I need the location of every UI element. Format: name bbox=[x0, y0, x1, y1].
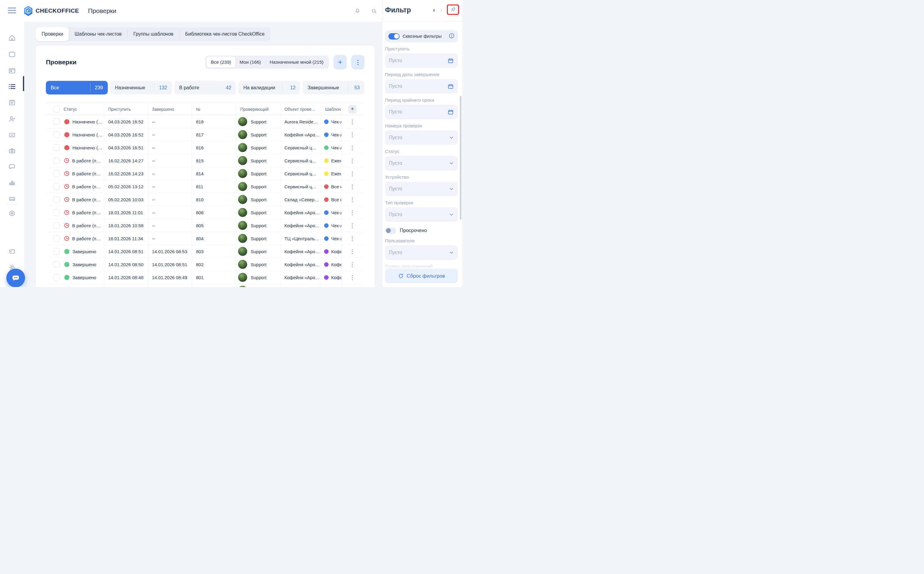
row-checkbox[interactable] bbox=[53, 222, 60, 229]
sidebar-item-users[interactable] bbox=[8, 115, 16, 123]
row-menu-button[interactable]: ⋮ bbox=[342, 261, 364, 268]
field-users[interactable]: Пусто bbox=[385, 245, 458, 260]
chip-all[interactable]: Все239 bbox=[46, 81, 108, 95]
done-date: -- bbox=[148, 210, 192, 215]
row-menu-button[interactable]: ⋮ bbox=[342, 209, 364, 216]
row-checkbox[interactable] bbox=[53, 196, 60, 203]
table-row[interactable]: Завершено 14.01.2026 08:48 14.01.2026 08… bbox=[46, 271, 363, 284]
row-menu-button[interactable]: ⋮ bbox=[342, 196, 364, 203]
add-column-button[interactable]: + bbox=[348, 105, 357, 114]
segment-mine[interactable]: Мои (166) bbox=[235, 57, 265, 68]
hard-drive-icon bbox=[8, 195, 16, 203]
tab-checkoffice-library[interactable]: Библиотека чек-листов CheckOffice bbox=[180, 27, 270, 41]
row-checkbox[interactable] bbox=[53, 261, 60, 268]
done-date: -- bbox=[148, 171, 192, 176]
through-filters-toggle[interactable] bbox=[388, 33, 399, 39]
panel-expand-button[interactable]: › bbox=[440, 6, 442, 13]
sidebar-item-calendar[interactable] bbox=[8, 50, 16, 58]
overdue-toggle[interactable] bbox=[385, 227, 396, 234]
chip-completed[interactable]: Завершенные53 bbox=[303, 81, 364, 95]
table-row[interactable]: В работе (п… 16.01.2026 11:34 -- 804 Sup… bbox=[46, 232, 363, 245]
panel-collapse-button[interactable]: ‹ bbox=[433, 6, 435, 13]
sidebar-item-notes[interactable] bbox=[8, 99, 16, 107]
reset-filters-button[interactable]: Сброс фильтров bbox=[385, 269, 458, 283]
tab-template-groups[interactable]: Группы шаблонов bbox=[128, 27, 179, 41]
sidebar-item-validation[interactable] bbox=[8, 131, 16, 139]
notifications-button[interactable] bbox=[354, 8, 361, 14]
row-menu-button[interactable]: ⋮ bbox=[342, 287, 364, 287]
field-inspection-type[interactable]: Пусто bbox=[385, 207, 458, 222]
row-checkbox[interactable] bbox=[53, 209, 60, 216]
camera-icon bbox=[8, 147, 16, 155]
row-checkbox[interactable] bbox=[53, 144, 60, 151]
table-row[interactable]: Назначено (… 04.03.2026 16:51 -- 816 Sup… bbox=[46, 141, 363, 154]
search-button[interactable] bbox=[371, 8, 377, 14]
select-all-checkbox[interactable] bbox=[53, 106, 60, 113]
row-menu-button[interactable]: ⋮ bbox=[342, 118, 364, 125]
table-row[interactable]: Завершено 14.01.2026 08:50 14.01.2026 08… bbox=[46, 258, 363, 271]
sidebar-item-planner[interactable] bbox=[8, 67, 16, 74]
avatar bbox=[238, 117, 247, 126]
row-checkbox[interactable] bbox=[53, 248, 60, 255]
row-menu-button[interactable]: ⋮ bbox=[342, 183, 364, 190]
tab-inspections[interactable]: Проверки bbox=[36, 27, 69, 41]
table-row[interactable]: Назначено (… 04.03.2026 16:52 -- 818 Sup… bbox=[46, 115, 363, 128]
row-checkbox[interactable] bbox=[53, 157, 60, 164]
table-row[interactable]: ⋮ bbox=[46, 284, 363, 287]
info-icon[interactable] bbox=[449, 33, 454, 40]
sidebar-item-inspections[interactable] bbox=[8, 83, 16, 90]
row-menu-button[interactable]: ⋮ bbox=[342, 170, 364, 177]
app-logo[interactable]: C CHECKOFFICE bbox=[24, 6, 79, 16]
tab-checklist-templates[interactable]: Шаблоны чек-листов bbox=[69, 27, 127, 41]
chip-on-validation[interactable]: На валидации12 bbox=[238, 81, 300, 95]
table-row[interactable]: В работе (п… 18.01.2026 11:01 -- 806 Sup… bbox=[46, 206, 363, 219]
row-checkbox[interactable] bbox=[53, 170, 60, 177]
sidebar-item-billing[interactable] bbox=[8, 248, 16, 255]
row-checkbox[interactable] bbox=[53, 118, 60, 125]
support-chat-fab[interactable] bbox=[6, 269, 25, 287]
row-menu-button[interactable]: ⋮ bbox=[342, 144, 364, 151]
field-device[interactable]: Пусто bbox=[385, 182, 458, 196]
row-menu-button[interactable]: ⋮ bbox=[342, 274, 364, 281]
row-menu-button[interactable]: ⋮ bbox=[342, 131, 364, 138]
status-icon bbox=[64, 132, 69, 137]
row-menu-button[interactable]: ⋮ bbox=[342, 248, 364, 255]
sidebar-item-media[interactable] bbox=[8, 147, 16, 155]
table-row[interactable]: Завершено 14.01.2026 08:51 14.01.2026 08… bbox=[46, 245, 363, 258]
field-status[interactable]: Пусто bbox=[385, 156, 458, 170]
inspection-number: 802 bbox=[192, 262, 236, 267]
row-checkbox[interactable] bbox=[53, 274, 60, 281]
add-inspection-button[interactable]: + bbox=[333, 55, 347, 69]
segment-all[interactable]: Все (239) bbox=[207, 57, 235, 68]
inspector-name: Support bbox=[251, 171, 267, 176]
sidebar-item-devices[interactable] bbox=[8, 195, 16, 203]
chip-assigned[interactable]: Назначенные132 bbox=[110, 81, 172, 95]
table-row[interactable]: Назначено (… 04.03.2026 16:52 -- 817 Sup… bbox=[46, 128, 363, 141]
row-menu-button[interactable]: ⋮ bbox=[342, 157, 364, 164]
table-row[interactable]: В работе (п… 18.01.2026 10:58 -- 805 Sup… bbox=[46, 219, 363, 232]
sidebar-item-objects[interactable] bbox=[8, 210, 16, 217]
table-row[interactable]: В работе (п… 05.02.2026 13:12 -- 811 Sup… bbox=[46, 180, 363, 193]
panel-scrollbar[interactable] bbox=[460, 96, 461, 220]
field-completion-period[interactable]: Пусто bbox=[385, 79, 458, 93]
field-inspection-numbers[interactable]: Пусто bbox=[385, 130, 458, 145]
inspection-number: 814 bbox=[192, 171, 236, 176]
card-menu-button[interactable]: ⋮ bbox=[351, 55, 364, 69]
table-row[interactable]: В работе (п… 05.02.2026 10:03 -- 810 Sup… bbox=[46, 193, 363, 206]
sidebar-item-analytics[interactable] bbox=[8, 179, 16, 187]
row-checkbox[interactable] bbox=[53, 183, 60, 190]
pin-icon[interactable] bbox=[449, 6, 456, 13]
chip-in-progress[interactable]: В работе42 bbox=[174, 81, 236, 95]
sidebar-item-home[interactable] bbox=[8, 34, 16, 42]
row-checkbox[interactable] bbox=[53, 235, 60, 242]
table-row[interactable]: В работе (п… 16.02.2026 14:23 -- 814 Sup… bbox=[46, 167, 363, 180]
field-start-date[interactable]: Пусто bbox=[385, 54, 458, 68]
segment-assigned-by-me[interactable]: Назначенные мной (215) bbox=[266, 57, 328, 68]
hamburger-menu-icon[interactable] bbox=[8, 8, 16, 14]
row-menu-button[interactable]: ⋮ bbox=[342, 235, 364, 242]
field-deadline-period[interactable]: Пусто bbox=[385, 105, 458, 119]
row-checkbox[interactable] bbox=[53, 131, 60, 138]
row-menu-button[interactable]: ⋮ bbox=[342, 222, 364, 229]
table-row[interactable]: В работе (п… 16.02.2026 14:27 -- 815 Sup… bbox=[46, 154, 363, 167]
sidebar-item-chat[interactable] bbox=[8, 163, 16, 171]
